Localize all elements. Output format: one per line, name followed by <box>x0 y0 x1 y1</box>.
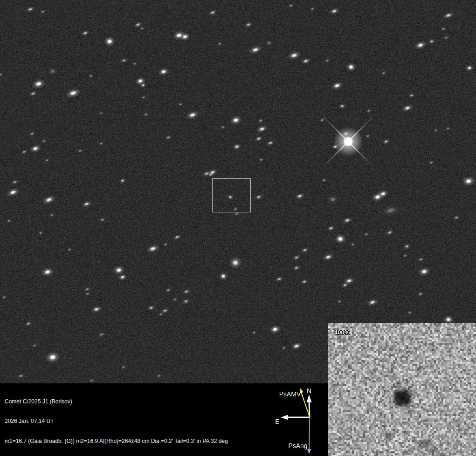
caption: Comet C/2025 J1 (Borisov) 2026 Jan. 07.1… <box>5 385 231 456</box>
compass-psang-label: PsAng <box>288 442 307 449</box>
inset-zoom-panel: 400% <box>328 323 476 456</box>
caption-line-date: 2026 Jan. 07.14 UT <box>5 418 231 424</box>
comet-observation-image: Comet C/2025 J1 (Borisov) 2026 Jan. 07.1… <box>0 0 476 456</box>
compass-psamv-label: PsAMV <box>279 390 301 398</box>
caption-line-photometry: m1=16.7 (Gaia Broadb. (G)) m2=16.9 Af(Rh… <box>5 438 231 444</box>
east-arrowhead-icon <box>281 415 288 420</box>
psamv-arrow <box>301 392 310 417</box>
psang-arrow <box>309 417 310 450</box>
comet-marker-box <box>212 178 251 212</box>
north-arrowhead-icon <box>307 395 312 402</box>
caption-line-object: Comet C/2025 J1 (Borisov) <box>5 398 231 405</box>
inset-zoom-image <box>328 323 476 456</box>
orientation-compass: N E PsAMV PsAng <box>273 381 319 456</box>
compass-east-label: E <box>275 418 279 425</box>
psang-arrowhead-icon <box>307 449 311 454</box>
inset-zoom-level: 400% <box>334 329 350 336</box>
compass-north-label: N <box>307 387 311 395</box>
